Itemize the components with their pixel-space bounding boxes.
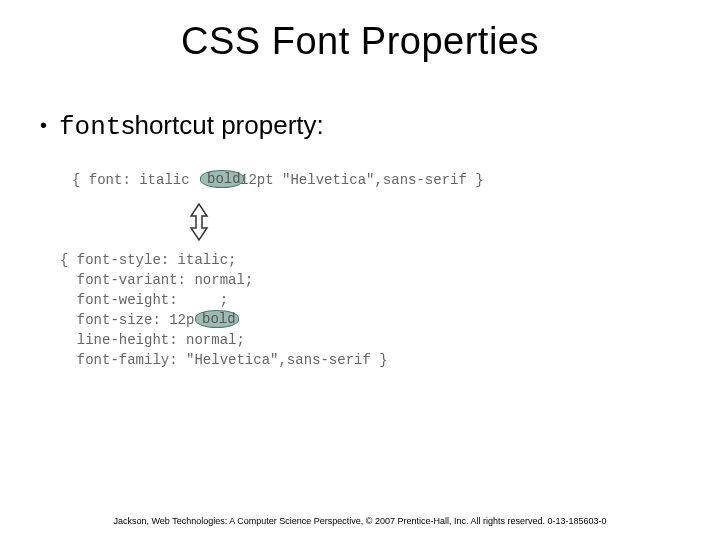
footer-citation: Jackson, Web Technologies: A Computer Sc… bbox=[0, 516, 720, 526]
highlight-bold-bottom: bold bbox=[195, 310, 239, 328]
code-long-l2: font-variant: normal; bbox=[60, 272, 253, 288]
code-long-l1: { font-style: italic; bbox=[60, 252, 236, 268]
highlight-bold-top: bold bbox=[200, 170, 244, 188]
code-shorthand: { font: italic bold 12pt "Helvetica",san… bbox=[72, 170, 484, 190]
code-long-l5: line-height: normal; bbox=[60, 332, 245, 348]
code-long-l4: font-size: 12pt; bbox=[60, 312, 211, 328]
bullet-line: • font shortcut property: bbox=[40, 110, 324, 142]
bullet-text: shortcut property: bbox=[121, 110, 323, 141]
code-long-l3-after: ; bbox=[220, 292, 228, 308]
slide-title: CSS Font Properties bbox=[0, 20, 720, 63]
code-short-after: 12pt "Helvetica",sans-serif } bbox=[232, 172, 484, 188]
code-short-before: { font: italic bbox=[72, 172, 198, 188]
code-long-l3-before: font-weight: bbox=[60, 292, 186, 308]
slide: CSS Font Properties • font shortcut prop… bbox=[0, 0, 720, 540]
bullet-code-word: font bbox=[59, 112, 121, 142]
equivalence-arrow-icon bbox=[186, 202, 212, 246]
bullet-icon: • bbox=[40, 114, 47, 137]
code-long-l6: font-family: "Helvetica",sans-serif } bbox=[60, 352, 388, 368]
